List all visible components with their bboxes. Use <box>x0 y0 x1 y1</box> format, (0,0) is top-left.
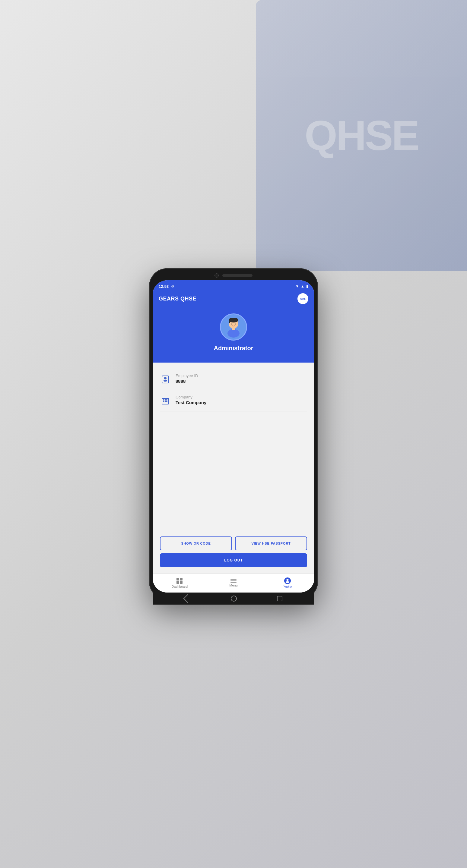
svg-rect-4 <box>232 327 235 330</box>
svg-point-8 <box>164 377 167 379</box>
company-value: Test Company <box>176 400 206 405</box>
nav-menu-label: Menu <box>229 584 238 587</box>
svg-rect-2 <box>229 319 230 323</box>
signal-icon: ▲ <box>301 284 304 288</box>
dashboard-icon <box>176 578 182 584</box>
company-label: Company <box>176 395 206 399</box>
top-button-row: SHOW QR CODE VIEW HSE PASSPORT <box>160 536 307 550</box>
svg-rect-18 <box>162 398 169 399</box>
status-right: ▼ ▲ ▮ <box>295 284 308 288</box>
svg-rect-16 <box>165 401 166 402</box>
avatar-image <box>223 316 244 338</box>
status-bar: 12:53 ⚙ ▼ ▲ ▮ <box>153 280 314 291</box>
svg-rect-15 <box>163 401 165 402</box>
menu-icon <box>231 579 236 583</box>
show-qr-code-button[interactable]: SHOW QR CODE <box>160 536 232 550</box>
app-title: GEARS QHSE <box>159 296 196 302</box>
employee-id-value: 8888 <box>176 378 198 384</box>
employee-id-label: Employee ID <box>176 373 198 378</box>
buttons-area: SHOW QR CODE VIEW HSE PASSPORT LOG OUT <box>153 536 314 573</box>
settings-icon: ⚙ <box>171 284 174 288</box>
svg-rect-9 <box>164 380 167 381</box>
content-area: Employee ID 8888 <box>153 363 314 536</box>
profile-name: Administrator <box>213 345 253 352</box>
nav-item-dashboard[interactable]: Dashboard <box>153 576 207 590</box>
profile-nav-icon <box>284 578 291 584</box>
nav-dashboard-label: Dashboard <box>171 585 188 588</box>
svg-rect-13 <box>165 399 166 401</box>
svg-rect-12 <box>163 399 165 401</box>
nav-item-profile[interactable]: Profile <box>260 576 314 590</box>
svg-point-19 <box>286 579 288 581</box>
phone-body: 12:53 ⚙ ▼ ▲ ▮ GEARS QHSE SOS <box>149 268 318 600</box>
battery-icon: ▮ <box>306 284 308 288</box>
phone-home-bar <box>153 592 314 604</box>
back-button[interactable] <box>183 594 192 603</box>
nav-item-menu[interactable]: Menu <box>207 577 261 589</box>
speaker-grill <box>222 274 253 277</box>
sos-button[interactable]: SOS <box>297 293 308 304</box>
svg-point-5 <box>231 324 232 324</box>
company-icon <box>160 396 171 406</box>
background-laptop: QHSE <box>256 0 467 271</box>
phone-screen: 12:53 ⚙ ▼ ▲ ▮ GEARS QHSE SOS <box>153 280 314 592</box>
svg-rect-10 <box>164 381 167 381</box>
nav-profile-label: Profile <box>283 585 292 589</box>
camera-dot <box>214 273 219 278</box>
recents-button[interactable] <box>277 596 282 601</box>
svg-point-6 <box>235 324 236 324</box>
employee-id-row: Employee ID 8888 <box>160 369 307 390</box>
log-out-button[interactable]: LOG OUT <box>160 553 307 567</box>
view-hse-passport-button[interactable]: VIEW HSE PASSPORT <box>235 536 307 550</box>
profile-header: Administrator <box>153 306 314 363</box>
bg-logo-text: QHSE <box>305 111 418 160</box>
bottom-nav: Dashboard Menu Profile <box>153 573 314 592</box>
employee-id-text: Employee ID 8888 <box>176 373 198 384</box>
avatar <box>220 313 247 341</box>
svg-rect-17 <box>166 401 168 402</box>
app-bar: GEARS QHSE SOS <box>153 291 314 306</box>
svg-point-3 <box>228 329 239 338</box>
status-time: 12:53 <box>159 284 169 289</box>
svg-rect-14 <box>166 399 168 401</box>
svg-point-20 <box>286 581 289 584</box>
wifi-icon: ▼ <box>295 284 299 288</box>
company-text: Company Test Company <box>176 395 206 405</box>
status-left: 12:53 ⚙ <box>159 284 174 289</box>
company-row: Company Test Company <box>160 390 307 411</box>
home-button[interactable] <box>231 595 237 601</box>
phone-device: 12:53 ⚙ ▼ ▲ ▮ GEARS QHSE SOS <box>149 268 318 600</box>
employee-id-icon <box>160 374 171 385</box>
phone-top-bar <box>153 272 314 279</box>
